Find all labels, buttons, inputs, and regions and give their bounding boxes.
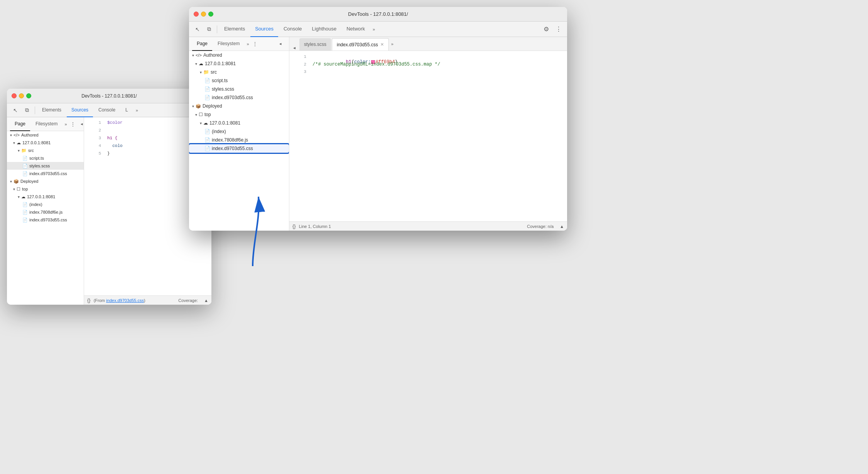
front-tab-sources[interactable]: Sources: [250, 22, 278, 37]
front-tree-src[interactable]: ▾ 📁 src: [189, 68, 289, 76]
front-filetab-indexcss[interactable]: index.d9703d55.css ✕: [332, 38, 389, 51]
front-tree-indexcss[interactable]: 📄 index.d9703d55.css: [189, 93, 289, 102]
front-filetab-stylesscss[interactable]: styles.scss: [299, 38, 331, 51]
back-tab-elements[interactable]: Elements: [37, 103, 66, 117]
front-traffic-lights: [194, 12, 213, 17]
front-settings-button[interactable]: ⚙: [541, 24, 552, 35]
front-deployed-label: Deployed: [203, 103, 222, 109]
back-format-icon: {}: [87, 297, 91, 303]
front-src-label: src: [211, 69, 217, 75]
back-tab-sources[interactable]: Sources: [67, 103, 93, 117]
back-tree-src[interactable]: ▾ 📁 src: [7, 147, 84, 154]
front-tree-host[interactable]: ▾ ☁ 127.0.0.1:8081: [189, 59, 289, 68]
front-filetabs-more[interactable]: »: [390, 42, 395, 46]
front-tree-scriptts[interactable]: 📄 script.ts: [189, 76, 289, 85]
front-maximize-button[interactable]: [208, 12, 213, 17]
back-close-button[interactable]: [12, 93, 17, 98]
front-host-label: 127.0.0.1:8081: [205, 61, 236, 66]
front-tabs-more[interactable]: »: [370, 27, 377, 32]
back-tree-indexjs[interactable]: 📄 index.7808df6e.js: [7, 208, 84, 216]
front-indexcss-tab-close[interactable]: ✕: [380, 42, 384, 47]
front-subtab-dots[interactable]: ⋮: [252, 41, 258, 47]
front-top-label: top: [204, 112, 211, 117]
front-tree-deployed[interactable]: ▾ 📦 Deployed: [189, 102, 289, 110]
front-indexcss-tab-label: index.d9703d55.css: [337, 42, 378, 47]
front-collapse-button[interactable]: ◂: [275, 39, 286, 49]
back-host-chevron: ▾: [13, 141, 15, 145]
back-indexjs-label: index.7808df6e.js: [29, 210, 62, 214]
back-subtab-more[interactable]: »: [63, 122, 68, 127]
front-subtoolbar: Page Filesystem » ⋮ ◂: [189, 37, 289, 51]
front-close-button[interactable]: [194, 12, 199, 17]
front-dhost-label: 127.0.0.1:8081: [209, 120, 240, 126]
front-tree-indexjs[interactable]: 📄 index.7808df6e.js: [189, 136, 289, 144]
front-tab-lighthouse[interactable]: Lighthouse: [307, 22, 341, 37]
front-stylesscss-label: styles.scss: [212, 86, 234, 92]
back-maximize-button[interactable]: [26, 93, 31, 98]
back-tab-lighthouse[interactable]: L: [121, 103, 133, 117]
back-collapse-button[interactable]: ◂: [76, 119, 84, 130]
back-tree-authored[interactable]: ▾ </> Authored: [7, 131, 84, 139]
back-authored-label: Authored: [21, 133, 39, 137]
back-dhost-label: 127.0.0.1:8081: [27, 194, 55, 199]
front-menu-button[interactable]: ⋮: [553, 24, 564, 35]
front-code-line-3: 3: [289, 69, 567, 77]
front-indexcss2-icon: 📄: [204, 146, 210, 151]
back-tree-top[interactable]: ▾ ☐ top: [7, 185, 84, 193]
back-tabs-more[interactable]: »: [133, 108, 140, 113]
back-status-from: (From index.d9703d55.css): [94, 298, 145, 303]
front-subtab-page[interactable]: Page: [192, 37, 212, 51]
back-scroll-up[interactable]: ▲: [204, 298, 208, 303]
front-code-panel: ◂ styles.scss index.d9703d55.css ✕ » 1 h…: [289, 37, 567, 231]
back-subtab-dots[interactable]: ⋮: [70, 121, 76, 127]
back-tree-indexcss2[interactable]: 📄 index.d9703d55.css: [7, 216, 84, 224]
front-authored-label: Authored: [203, 52, 222, 58]
back-toolbar-separator: [35, 106, 35, 114]
front-device-tool[interactable]: ⧉: [204, 24, 214, 35]
front-tab-elements[interactable]: Elements: [220, 22, 250, 37]
back-tree-host[interactable]: ▾ ☁ 127.0.0.1:8081: [7, 139, 84, 147]
front-minimize-button[interactable]: [201, 12, 206, 17]
front-back-nav[interactable]: ◂: [291, 45, 298, 51]
back-tree-scriptts[interactable]: 📄 script.ts: [7, 154, 84, 162]
back-device-tool[interactable]: ⧉: [22, 105, 32, 116]
back-tree-indexcss[interactable]: 📄 index.d9703d55.css: [7, 170, 84, 177]
front-top-icon: ☐: [199, 112, 203, 117]
back-subtab-page[interactable]: Page: [10, 117, 30, 131]
front-indexcss2-label: index.d9703d55.css: [212, 146, 253, 151]
back-from-link[interactable]: index.d9703d55.css: [106, 298, 144, 303]
back-tree-index[interactable]: 📄 (index): [7, 201, 84, 208]
front-tree-top[interactable]: ▾ ☐ top: [189, 110, 289, 119]
back-scriptts-label: script.ts: [29, 156, 44, 160]
front-tree-index[interactable]: 📄 (index): [189, 127, 289, 136]
front-tab-console[interactable]: Console: [279, 22, 307, 37]
back-subtab-filesystem[interactable]: Filesystem: [31, 117, 62, 131]
front-subtab-filesystem[interactable]: Filesystem: [213, 37, 244, 51]
front-scroll-up[interactable]: ▲: [560, 224, 564, 229]
front-cursor-tool[interactable]: ↖: [192, 24, 203, 35]
front-coverage: Coverage: n/a: [527, 224, 554, 229]
back-deployed-chevron: ▾: [10, 179, 12, 184]
front-tab-network[interactable]: Network: [342, 22, 370, 37]
front-index-label: (index): [212, 129, 226, 134]
back-coverage-label: Coverage:: [178, 298, 198, 303]
back-stylesscss-label: styles.scss: [29, 164, 50, 168]
front-file-tabs: ◂ styles.scss index.d9703d55.css ✕ »: [289, 37, 567, 51]
back-tab-console[interactable]: Console: [94, 103, 120, 117]
front-subtab-more[interactable]: »: [245, 42, 250, 46]
back-cursor-tool[interactable]: ↖: [10, 105, 21, 116]
back-tree-deployed-host[interactable]: ▾ ☁ 127.0.0.1:8081: [7, 193, 84, 201]
back-tree-stylesscss[interactable]: 📄 styles.scss: [7, 162, 84, 170]
front-stylesscss-tab-label: styles.scss: [304, 42, 326, 47]
back-index-label: (index): [29, 202, 42, 207]
front-window-title: DevTools - 127.0.0.1:8081/: [348, 11, 408, 17]
back-tree-deployed[interactable]: ▾ 📦 Deployed: [7, 177, 84, 185]
back-host-label: 127.0.0.1:8081: [22, 140, 51, 145]
front-tree-stylesscss[interactable]: 📄 styles.scss: [189, 85, 289, 93]
front-tree-deployed-host[interactable]: ▾ ☁ 127.0.0.1:8081: [189, 119, 289, 127]
back-titlebar: DevTools - 127.0.0.1:8081/: [7, 89, 211, 103]
back-authored-icon: </>: [14, 133, 20, 137]
front-tree-authored[interactable]: ▾ </> Authored: [189, 51, 289, 59]
back-minimize-button[interactable]: [19, 93, 24, 98]
front-tree-indexcss-highlighted[interactable]: 📄 index.d9703d55.css: [189, 144, 289, 153]
